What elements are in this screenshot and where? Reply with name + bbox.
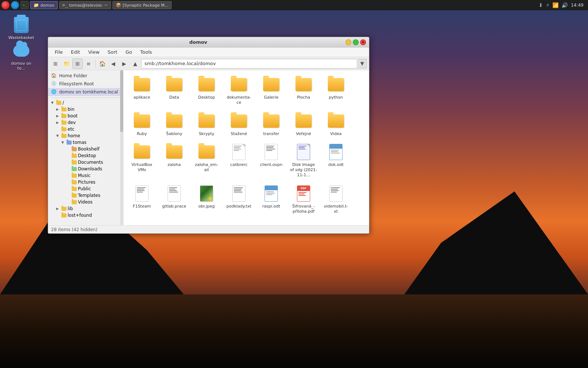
dokumentace-icon <box>230 76 248 93</box>
tree-music-label: Music <box>78 173 90 178</box>
menu-sort[interactable]: Sort <box>104 49 121 56</box>
address-dropdown-button[interactable]: ▼ <box>358 59 367 68</box>
terminal-button[interactable]: >_ <box>21 1 29 9</box>
file-item-podklady-txt[interactable]: podklady.txt <box>223 182 254 217</box>
download-indicator-icon: ⬇ <box>539 2 543 8</box>
file-item-stazene[interactable]: Stažené <box>223 110 254 139</box>
taskbar-apps: 🌐 >_ 📁 domov >_ tomas@televize: ~ 📦 [Syn… <box>1 1 539 9</box>
tree-desktop-folder-icon <box>72 154 77 158</box>
synaptic-taskbar-btn[interactable]: 📦 [Synaptic Package M... <box>112 1 172 9</box>
domov-cloud-desktop-icon[interactable]: domov on to... <box>7 40 36 72</box>
podklady-txt-icon <box>230 185 248 202</box>
terminal-icon: >_ <box>22 3 27 7</box>
toolbar-icon-view[interactable]: ⊞ <box>72 59 83 69</box>
home-icon: 🏠 <box>99 61 105 67</box>
tree-boot-toggle[interactable] <box>56 114 61 118</box>
apple-menu-button[interactable] <box>1 1 10 9</box>
tree-bin-toggle[interactable] <box>56 107 61 111</box>
tree-dev-toggle[interactable] <box>56 121 61 124</box>
sidebar-filesystem-root[interactable]: 💿 Filesystem Root <box>48 80 123 88</box>
file-item-aplikace[interactable]: aplikace <box>126 73 157 108</box>
file-item-videa[interactable]: Videa <box>320 110 351 139</box>
file-item-ruby[interactable]: Ruby <box>126 110 157 139</box>
tree-pictures[interactable]: Pictures <box>48 179 123 185</box>
file-item-skrypty[interactable]: Skrypty <box>191 110 222 139</box>
tree-root-toggle[interactable] <box>51 101 55 105</box>
file-item-sablony[interactable]: Šablony <box>159 110 190 139</box>
menu-file[interactable]: File <box>51 49 67 56</box>
podklady-txt-label: podklady.txt <box>226 204 251 209</box>
window-close-button[interactable]: ✕ <box>360 39 366 45</box>
sidebar-domov-network[interactable]: 🌐 domov on tomkhome.local <box>48 88 123 96</box>
sidebar-home-folder[interactable]: 🏠 Home Folder <box>48 72 123 80</box>
tree-videos[interactable]: Videos <box>48 199 123 205</box>
file-item-zaloha[interactable]: zaloha <box>159 141 190 181</box>
file-item-plocha[interactable]: Plocha <box>288 73 319 108</box>
file-item-disk-image[interactable]: Disk Image of sdg (2021-11-1... <box>288 141 319 181</box>
tree-home-toggle[interactable] <box>56 134 61 138</box>
tree-music[interactable]: Music <box>48 172 123 179</box>
domov-taskbar-btn[interactable]: 📁 domov <box>30 1 58 9</box>
tree-etc[interactable]: etc <box>48 126 123 132</box>
file-item-python[interactable]: python <box>320 73 351 108</box>
tree-bookshelf[interactable]: Bookshelf <box>48 146 123 152</box>
tree-templates[interactable]: Templates <box>48 192 123 199</box>
file-item-virtualbox[interactable]: VirtualBox VMs <box>126 141 157 181</box>
calibrerc-icon <box>230 143 248 161</box>
toolbar-new-folder[interactable]: 📁 <box>61 59 72 69</box>
tree-root[interactable]: / <box>48 99 123 106</box>
data-label: Data <box>169 95 179 100</box>
tree-desktop-folder[interactable]: Desktop <box>48 152 123 159</box>
file-item-transfer[interactable]: transfer <box>256 110 287 139</box>
tomas-terminal-label: tomas@televize: ~ <box>69 3 108 8</box>
file-item-sifrovana-priloha[interactable]: PDF Šifrovaná_-příloha.pdf <box>288 182 319 217</box>
window-controls: ✕ <box>345 39 366 45</box>
tomas-terminal-taskbar-btn[interactable]: >_ tomas@televize: ~ <box>59 1 111 9</box>
menu-go[interactable]: Go <box>122 49 136 56</box>
file-item-dok-odt[interactable]: dok.odt <box>320 141 351 181</box>
skrypty-label: Skrypty <box>199 131 214 137</box>
tree-lib-toggle[interactable] <box>56 207 61 210</box>
sidebar-scrollbar-thumb[interactable] <box>120 70 123 132</box>
tree-public[interactable]: Public <box>48 185 123 192</box>
file-item-galerie[interactable]: Galerie <box>256 73 287 108</box>
file-item-client-ovpn[interactable]: client.ovpn <box>256 141 287 181</box>
file-item-videmobil[interactable]: videmobil.t-xt <box>320 182 351 217</box>
tree-videos-label: Videos <box>78 199 93 205</box>
menu-edit[interactable]: Edit <box>67 49 84 56</box>
file-item-verejne[interactable]: Veřejné <box>288 110 319 139</box>
file-item-obr-jpeg[interactable]: obr.jpeg <box>191 182 222 217</box>
tree-home[interactable]: home <box>48 132 123 139</box>
tree-lib[interactable]: lib <box>48 205 123 212</box>
toolbar-up[interactable]: ▲ <box>130 59 140 69</box>
file-item-gitlab-prace[interactable]: gitlab.prace <box>159 182 190 217</box>
menu-tools[interactable]: Tools <box>137 49 156 56</box>
window-maximize-button[interactable] <box>353 39 359 45</box>
file-item-f1steam[interactable]: F1Steam <box>126 182 157 217</box>
wastebasket-desktop-icon[interactable]: Wastebasket <box>7 15 36 42</box>
toolbar-list-view[interactable]: ≡ <box>83 59 94 69</box>
file-item-desktop[interactable]: Desktop <box>191 73 222 108</box>
file-item-calibrerc[interactable]: calibrerc <box>223 141 254 181</box>
file-item-data[interactable]: Data <box>159 73 190 108</box>
tree-boot[interactable]: boot <box>48 113 123 119</box>
tree-tomas-toggle[interactable] <box>61 141 66 144</box>
tree-documents[interactable]: Documents <box>48 159 123 166</box>
tree-dev[interactable]: dev <box>48 119 123 126</box>
file-item-zaloha-email[interactable]: zaloha_em-ail <box>191 141 222 181</box>
sidebar-scrollbar[interactable] <box>120 70 123 225</box>
menu-view[interactable]: View <box>85 49 103 56</box>
file-item-raspi-odt[interactable]: raspi.odt <box>256 182 287 217</box>
toolbar-back[interactable]: ◀ <box>108 59 118 69</box>
world-button[interactable]: 🌐 <box>11 1 19 9</box>
toolbar-forward[interactable]: ▶ <box>119 59 129 69</box>
file-item-dokumentace[interactable]: dokumenta-ce <box>223 73 254 108</box>
tree-downloads[interactable]: Downloads <box>48 166 123 172</box>
window-minimize-button[interactable] <box>345 39 351 45</box>
toolbar-panel-toggle[interactable]: ⊞ <box>50 59 61 69</box>
tree-tomas[interactable]: tomas <box>48 139 123 146</box>
tree-bin[interactable]: bin <box>48 106 123 113</box>
address-bar[interactable]: smb://tomkhome.local/domov <box>141 59 357 68</box>
tree-lost-found[interactable]: lost+found <box>48 212 123 219</box>
toolbar-home[interactable]: 🏠 <box>97 59 107 69</box>
